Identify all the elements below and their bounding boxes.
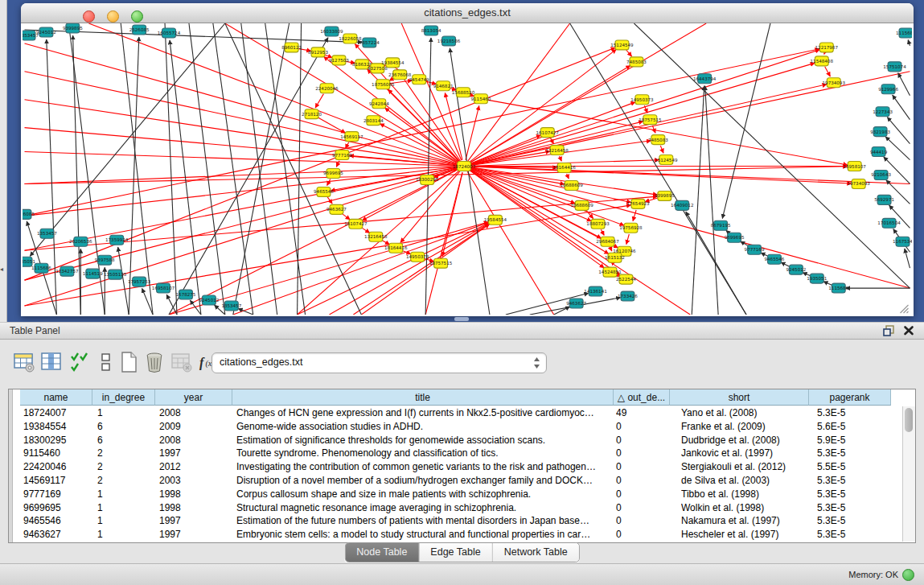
graph-node[interactable]: 9465546 <box>314 187 334 196</box>
table-cell[interactable]: 1998 <box>159 502 231 513</box>
graph-edge[interactable] <box>884 157 910 183</box>
graph-node[interactable]: 9321983 <box>870 127 890 137</box>
graph-edge[interactable] <box>225 23 362 315</box>
graph-node[interactable]: 17016504 <box>877 218 901 228</box>
graph-node[interactable]: 10688609 <box>560 180 583 190</box>
table-cell[interactable]: 9465546 <box>23 515 91 526</box>
table-row[interactable]: 1830029562008Estimation of significance … <box>12 434 892 447</box>
graph-node[interactable]: 1353457 <box>37 229 57 238</box>
graph-edge[interactable] <box>567 174 569 179</box>
table-cell[interactable]: Yano et al. (2008) <box>681 407 807 418</box>
table-cell[interactable]: 5.6E-5 <box>817 421 889 432</box>
graph-node[interactable]: 12342757 <box>55 266 79 276</box>
graph-node[interactable]: 16443794 <box>693 74 717 84</box>
table-cell[interactable]: 0 <box>616 435 668 446</box>
graph-edge[interactable] <box>470 169 618 248</box>
graph-edge[interactable] <box>470 151 550 165</box>
table-cell[interactable]: Structural magnetic resonance image aver… <box>236 502 612 513</box>
table-cell[interactable]: Tibbo et al. (1998) <box>681 488 807 500</box>
table-cell[interactable]: 6 <box>97 421 154 432</box>
tab-network-table[interactable]: Network Table <box>493 543 579 562</box>
table-cell[interactable]: 9463627 <box>23 529 91 540</box>
graph-edge[interactable] <box>560 156 562 161</box>
graph-edge[interactable] <box>825 67 831 76</box>
graph-edge[interactable] <box>887 117 910 144</box>
table-cell[interactable]: 0 <box>616 502 668 513</box>
network-canvas[interactable]: 1872400718226058896012389129539127503818… <box>23 23 912 315</box>
graph-node[interactable]: 1615132 <box>605 253 625 262</box>
close-icon[interactable] <box>903 324 914 336</box>
graph-node[interactable]: 1115686 <box>828 283 848 293</box>
table-cell[interactable]: 5.3E-5 <box>817 502 889 513</box>
table-cell[interactable]: 0 <box>616 529 668 540</box>
float-window-icon[interactable] <box>883 325 895 336</box>
table-cell[interactable]: Jankovic et al. (1997) <box>681 447 807 459</box>
table-cell[interactable]: 1997 <box>159 447 231 459</box>
table-row[interactable]: 1938455462009Genome-wide association stu… <box>12 420 892 434</box>
graph-node[interactable]: 19218586 <box>437 36 461 46</box>
table-cell[interactable]: 2008 <box>159 435 231 446</box>
graph-edge[interactable] <box>652 126 655 133</box>
column-header-in-degree[interactable]: in_degree <box>92 389 155 406</box>
network-graph[interactable]: 1872400718226058896012389129539127503818… <box>23 23 912 315</box>
graph-edge[interactable] <box>470 167 910 184</box>
delete-table-icon[interactable] <box>170 351 193 373</box>
row-height-icon[interactable] <box>95 351 117 373</box>
graph-node[interactable]: 1115686 <box>31 263 51 273</box>
table-cell[interactable]: Estimation of significance thresholds fo… <box>236 435 612 446</box>
graph-edge[interactable] <box>470 72 910 165</box>
graph-node[interactable]: 8813054 <box>421 26 441 35</box>
graph-edge[interactable] <box>470 122 643 165</box>
table-cell[interactable]: Estimation of the future numbers of pati… <box>236 515 612 526</box>
table-cell[interactable]: 2009 <box>159 421 231 432</box>
create-column-icon[interactable] <box>117 351 140 373</box>
table-cell[interactable]: 0 <box>616 421 668 432</box>
graph-node[interactable]: 2526085 <box>129 25 150 35</box>
tab-node-table[interactable]: Node Table <box>345 543 419 562</box>
table-cell[interactable]: 49 <box>616 407 668 418</box>
graph-edge[interactable] <box>327 179 331 186</box>
table-row[interactable]: 969969511998Structural magnetic resonanc… <box>12 501 892 515</box>
table-cell[interactable]: Corpus callosum shape and size in male p… <box>236 488 612 500</box>
graph-edge[interactable] <box>554 307 570 315</box>
graph-edge[interactable] <box>30 23 225 256</box>
graph-node[interactable]: 18757515 <box>639 115 662 125</box>
tab-edge-table[interactable]: Edge Table <box>419 543 492 562</box>
table-row[interactable]: 1456911722003Disruption of a novel membe… <box>12 474 892 488</box>
table-cell[interactable]: Nakamura et al. (1997) <box>681 515 807 526</box>
graph-edge[interactable] <box>329 224 489 315</box>
graph-edge[interactable] <box>898 73 910 96</box>
table-cell[interactable]: 22420046 <box>23 461 91 472</box>
graph-node[interactable]: 14136141 <box>584 286 607 296</box>
table-cell[interactable]: 1 <box>97 529 154 540</box>
table-cell[interactable]: Stergiakouli et al. (2012) <box>681 461 807 472</box>
graph-edge[interactable] <box>633 210 636 221</box>
graph-edge[interactable] <box>169 38 328 315</box>
table-cell[interactable]: Disruption of a novel member of a sodium… <box>236 475 612 486</box>
graph-node[interactable]: 7857224 <box>359 38 380 47</box>
table-cell[interactable]: de Silva et al. (2003) <box>681 475 807 486</box>
canvas-resize-grip[interactable] <box>901 305 909 313</box>
table-cell[interactable]: 14569117 <box>23 475 91 486</box>
table-row[interactable]: 946362711997Embryonic stem cells: a mode… <box>12 528 892 542</box>
graph-node[interactable]: 1115686 <box>896 28 912 38</box>
graph-node[interactable]: 13216458 <box>364 232 388 241</box>
table-cell[interactable]: 19384554 <box>23 421 91 432</box>
table-cell[interactable]: 2 <box>97 475 154 486</box>
table-cell[interactable]: 1997 <box>159 529 231 540</box>
graph-edge[interactable] <box>626 50 632 56</box>
graph-node[interactable]: 9245012 <box>786 265 806 274</box>
table-cell[interactable]: 5.9E-5 <box>817 435 889 446</box>
table-cell[interactable]: 1997 <box>159 515 231 526</box>
table-mode-icon[interactable] <box>13 351 35 373</box>
table-cell[interactable]: 9115460 <box>23 447 91 459</box>
table-cell[interactable]: 5.5E-5 <box>817 461 889 472</box>
graph-edge[interactable] <box>612 264 613 266</box>
column-header-short[interactable]: short <box>670 389 809 406</box>
graph-node[interactable]: 9399895 <box>655 191 675 200</box>
graph-node[interactable]: 2526085 <box>23 209 35 219</box>
table-cell[interactable]: 2003 <box>159 475 231 486</box>
graph-edge[interactable] <box>25 205 631 306</box>
graph-edge[interactable] <box>893 95 910 120</box>
graph-node[interactable]: 8679195 <box>711 220 731 230</box>
